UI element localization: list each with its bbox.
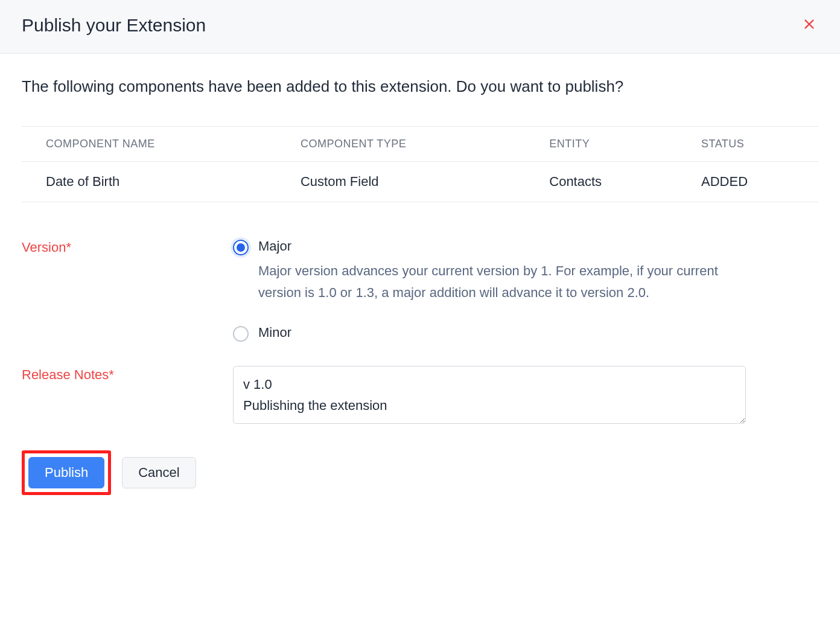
col-header-entity: ENTITY xyxy=(525,127,677,162)
radio-major[interactable] xyxy=(233,240,249,255)
cell-status: ADDED xyxy=(677,162,818,202)
cell-component-type: Custom Field xyxy=(276,162,525,202)
intro-text: The following components have been added… xyxy=(22,75,818,97)
col-header-type: COMPONENT TYPE xyxy=(276,127,525,162)
modal-title: Publish your Extension xyxy=(22,15,206,36)
radio-option-minor[interactable]: Minor xyxy=(233,325,752,342)
modal-header: Publish your Extension xyxy=(0,0,840,54)
cancel-button[interactable]: Cancel xyxy=(122,457,196,488)
radio-option-major[interactable]: Major Major version advances your curren… xyxy=(233,238,752,302)
col-header-name: COMPONENT NAME xyxy=(22,127,276,162)
publish-button[interactable]: Publish xyxy=(28,457,104,488)
cell-entity: Contacts xyxy=(525,162,677,202)
components-table: COMPONENT NAME COMPONENT TYPE ENTITY STA… xyxy=(22,126,818,202)
button-row: Publish Cancel xyxy=(22,450,818,495)
table-row: Date of Birth Custom Field Contacts ADDE… xyxy=(22,162,818,202)
highlight-publish: Publish xyxy=(22,450,111,495)
radio-major-label: Major xyxy=(258,238,752,254)
radio-minor[interactable] xyxy=(233,326,249,342)
table-header-row: COMPONENT NAME COMPONENT TYPE ENTITY STA… xyxy=(22,127,818,162)
version-label: Version* xyxy=(22,238,233,255)
version-row: Version* Major Major version advances yo… xyxy=(22,238,818,341)
radio-minor-label: Minor xyxy=(258,325,291,340)
release-notes-input[interactable] xyxy=(233,366,746,424)
release-notes-label: Release Notes* xyxy=(22,366,233,383)
col-header-status: STATUS xyxy=(677,127,818,162)
cell-component-name: Date of Birth xyxy=(22,162,276,202)
release-notes-row: Release Notes* xyxy=(22,366,818,426)
modal-body: The following components have been added… xyxy=(0,54,840,519)
version-options: Major Major version advances your curren… xyxy=(233,238,752,341)
radio-major-help: Major version advances your current vers… xyxy=(258,260,752,302)
close-button[interactable] xyxy=(800,14,818,36)
close-icon xyxy=(803,18,816,31)
